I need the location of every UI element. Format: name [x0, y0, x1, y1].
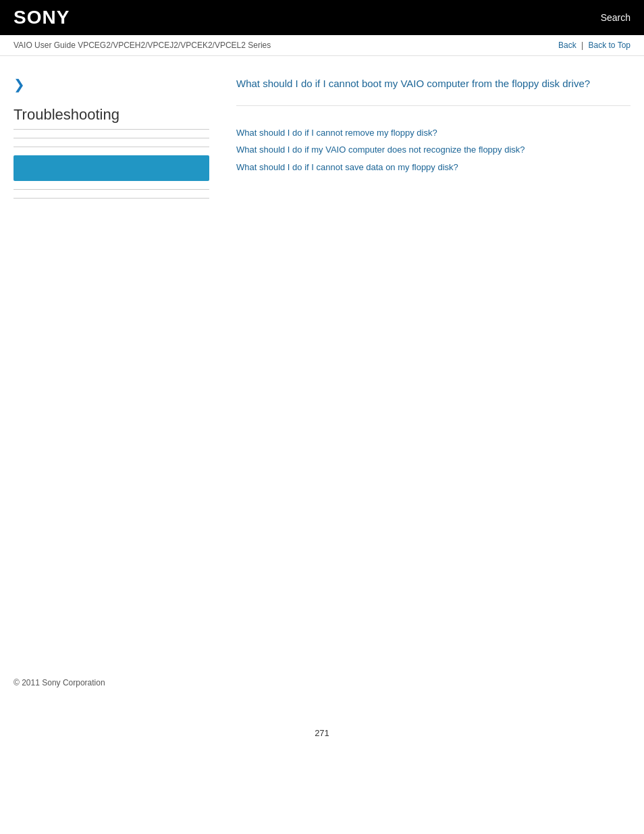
nav-bar: VAIO User Guide VPCEG2/VPCEH2/VPCEJ2/VPC… — [0, 35, 644, 56]
sidebar-title: Troubleshooting — [14, 106, 209, 130]
sony-logo: SONY — [14, 7, 70, 28]
footer: © 2011 Sony Corporation — [0, 664, 644, 714]
sidebar-divider-3 — [14, 189, 209, 190]
list-item: What should I do if I cannot remove my f… — [236, 126, 630, 140]
sub-links-list: What should I do if I cannot remove my f… — [236, 126, 630, 174]
copyright-text: © 2011 Sony Corporation — [14, 678, 105, 687]
breadcrumb: VAIO User Guide VPCEG2/VPCEH2/VPCEJ2/VPC… — [14, 41, 271, 50]
nav-links: Back | Back to Top — [558, 41, 630, 50]
sidebar-divider-4 — [14, 198, 209, 199]
list-item: What should I do if I cannot save data o… — [236, 161, 630, 174]
main-topic-link[interactable]: What should I do if I cannot boot my VAI… — [236, 76, 630, 106]
chevron-icon: ❯ — [14, 76, 209, 93]
main-content: ❯ Troubleshooting What should I do if I … — [0, 56, 644, 664]
search-button[interactable]: Search — [601, 12, 630, 23]
sidebar-divider-2 — [14, 147, 209, 147]
sub-link-3[interactable]: What should I do if I cannot save data o… — [236, 162, 458, 172]
sidebar-highlight-item[interactable] — [14, 155, 209, 181]
header: SONY Search — [0, 0, 644, 35]
list-item: What should I do if my VAIO computer doe… — [236, 143, 630, 157]
content-area: What should I do if I cannot boot my VAI… — [223, 70, 630, 650]
sub-link-2[interactable]: What should I do if my VAIO computer doe… — [236, 145, 525, 155]
sidebar-divider-1 — [14, 138, 209, 138]
back-link[interactable]: Back — [558, 41, 576, 50]
nav-separator: | — [581, 41, 583, 50]
sub-link-1[interactable]: What should I do if I cannot remove my f… — [236, 128, 437, 138]
back-to-top-link[interactable]: Back to Top — [589, 41, 630, 50]
page-number: 271 — [0, 714, 644, 752]
sidebar: ❯ Troubleshooting — [14, 70, 223, 650]
